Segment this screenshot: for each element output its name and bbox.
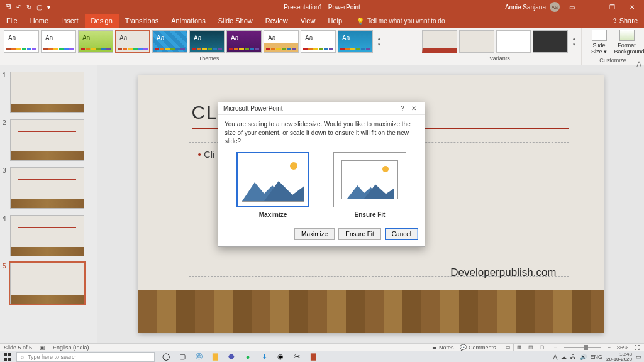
undo-icon[interactable]: ↶ xyxy=(16,4,21,11)
slide-thumbnail[interactable]: 4 xyxy=(0,214,97,261)
slide-thumbnail[interactable]: 1 xyxy=(0,70,97,118)
tab-review[interactable]: Review xyxy=(259,14,294,28)
tray-expand-icon[interactable]: ⋀ xyxy=(553,354,557,360)
cancel-button[interactable]: Cancel xyxy=(385,228,418,240)
onedrive-icon[interactable]: ☁ xyxy=(561,354,567,360)
variant-thumb[interactable] xyxy=(533,30,568,53)
network-icon[interactable]: 🖧 xyxy=(570,354,576,360)
view-reading-icon[interactable]: ▤ xyxy=(525,344,536,351)
slide-thumbnail[interactable]: 3 xyxy=(0,166,97,214)
notes-button[interactable]: ≐ Notes xyxy=(432,344,453,351)
tab-help[interactable]: Help xyxy=(321,14,348,28)
share-button[interactable]: ⇪ Share xyxy=(606,14,644,28)
explorer-icon[interactable]: ▇ xyxy=(208,351,223,363)
chrome-icon[interactable]: ◉ xyxy=(273,351,288,363)
user-name: Annie Sanjana xyxy=(505,4,546,11)
slide-thumbnail[interactable]: 5 xyxy=(0,261,97,309)
tab-view[interactable]: View xyxy=(294,14,322,28)
edge-icon[interactable]: ⓔ xyxy=(191,351,206,363)
teams-icon[interactable]: ⬣ xyxy=(224,351,239,363)
tell-me-search[interactable]: 💡 Tell me what you want to do xyxy=(356,14,445,28)
tab-design[interactable]: Design xyxy=(85,14,119,28)
option-label: Ensure Fit xyxy=(333,211,406,218)
theme-thumb[interactable]: Aa xyxy=(115,30,150,53)
zoom-slider[interactable] xyxy=(564,347,601,348)
theme-thumb[interactable]: Aa xyxy=(226,30,262,53)
view-slideshow-icon[interactable]: ▢ xyxy=(536,344,547,351)
variant-thumb[interactable] xyxy=(422,30,457,53)
theme-thumb[interactable]: Aa xyxy=(152,30,187,53)
watermark-text: Developerpublish.com xyxy=(450,266,556,279)
option-maximize[interactable]: Maximize xyxy=(236,152,309,218)
dialog-title: Microsoft PowerPoint xyxy=(223,105,397,112)
search-icon: ⌕ xyxy=(21,354,24,360)
slide-size-button[interactable]: Slide Size ▾ xyxy=(587,30,612,55)
spotify-icon[interactable]: ● xyxy=(240,351,255,363)
tab-file[interactable]: File xyxy=(0,14,24,28)
dialog-message: You are scaling to a new slide size. Wou… xyxy=(225,120,418,146)
start-button[interactable] xyxy=(0,351,15,363)
view-normal-icon[interactable]: ▭ xyxy=(502,344,513,351)
clock[interactable]: 18:43 20-10-2020 xyxy=(606,352,632,362)
taskbar-search[interactable]: ⌕ Type here to search xyxy=(16,352,155,362)
tab-insert[interactable]: Insert xyxy=(55,14,85,28)
dialog-titlebar[interactable]: Microsoft PowerPoint ? ✕ xyxy=(218,102,425,115)
zoom-in-icon[interactable]: + xyxy=(608,344,611,351)
avatar[interactable]: AS xyxy=(550,2,560,12)
variant-thumb[interactable] xyxy=(459,30,494,53)
svg-rect-5 xyxy=(8,353,11,356)
tab-home[interactable]: Home xyxy=(24,14,55,28)
dialog-help-icon[interactable]: ? xyxy=(397,105,408,112)
theme-thumb[interactable]: Aa xyxy=(78,30,113,53)
zoom-out-icon[interactable]: − xyxy=(553,344,557,351)
powerpoint-icon[interactable]: ▇ xyxy=(306,351,321,363)
variant-thumb[interactable] xyxy=(496,30,531,53)
variants-more-button[interactable]: ▴▾ xyxy=(570,30,577,53)
task-view-icon[interactable]: ▢ xyxy=(175,351,190,363)
slide-thumbnail[interactable]: 2 xyxy=(0,118,97,166)
minimize-icon[interactable]: — xyxy=(584,4,600,11)
status-bar: Slide 5 of 5 ▣ English (India) ≐ Notes 💬… xyxy=(0,343,644,351)
view-sorter-icon[interactable]: ▦ xyxy=(513,344,525,351)
save-icon[interactable]: 🖫 xyxy=(5,4,11,11)
format-background-button[interactable]: Format Background xyxy=(614,30,640,55)
tab-transitions[interactable]: Transitions xyxy=(119,14,165,28)
theme-thumb[interactable]: Aa xyxy=(264,30,299,53)
maximize-button[interactable]: Maximize xyxy=(294,228,335,240)
snip-icon[interactable]: ✂ xyxy=(289,351,304,363)
store-icon[interactable]: ⬇ xyxy=(257,351,272,363)
fit-to-window-icon[interactable]: ⛶ xyxy=(635,344,640,351)
theme-thumb[interactable]: Aa xyxy=(41,30,76,53)
svg-rect-4 xyxy=(4,353,7,356)
comments-button[interactable]: 💬 Comments xyxy=(460,344,496,351)
tab-animations[interactable]: Animations xyxy=(165,14,211,28)
theme-thumb[interactable]: Aa xyxy=(189,30,225,53)
ribbon: Aa Aa Aa Aa Aa Aa Aa Aa Aa Aa ▴▾ Themes … xyxy=(0,28,644,65)
option-ensure-fit[interactable]: Ensure Fit xyxy=(333,152,406,218)
title-bar: 🖫 ↶ ↻ ▢ ▾ Presentation1 - PowerPoint Ann… xyxy=(0,0,644,14)
group-label: Themes xyxy=(0,55,418,63)
tab-slideshow[interactable]: Slide Show xyxy=(212,14,259,28)
qat-dropdown-icon[interactable]: ▾ xyxy=(47,4,50,11)
themes-more-button[interactable]: ▴▾ xyxy=(375,30,382,53)
start-from-beginning-icon[interactable]: ▢ xyxy=(36,4,42,11)
redo-icon[interactable]: ↻ xyxy=(26,4,31,11)
volume-icon[interactable]: 🔊 xyxy=(580,354,587,360)
language-indicator[interactable]: English (India) xyxy=(53,344,89,351)
close-icon[interactable]: ✕ xyxy=(624,4,640,11)
zoom-level[interactable]: 86% xyxy=(617,344,628,351)
action-center-icon[interactable]: ▭ xyxy=(636,354,641,360)
theme-thumb[interactable]: Aa xyxy=(4,30,39,53)
spellcheck-icon[interactable]: ▣ xyxy=(40,344,45,351)
customize-group: Slide Size ▾ Format Background Customize xyxy=(581,28,644,65)
ribbon-display-icon[interactable]: ▭ xyxy=(564,4,580,11)
language-icon[interactable]: ENG xyxy=(591,354,603,360)
theme-thumb[interactable]: Aa xyxy=(338,30,373,53)
slide-count[interactable]: Slide 5 of 5 xyxy=(4,344,32,351)
group-label: Customize xyxy=(599,57,626,65)
dialog-close-icon[interactable]: ✕ xyxy=(408,105,419,112)
cortana-icon[interactable]: ◯ xyxy=(158,351,174,363)
restore-icon[interactable]: ❐ xyxy=(604,4,620,11)
theme-thumb[interactable]: Aa xyxy=(301,30,336,53)
ensure-fit-button[interactable]: Ensure Fit xyxy=(338,228,381,240)
